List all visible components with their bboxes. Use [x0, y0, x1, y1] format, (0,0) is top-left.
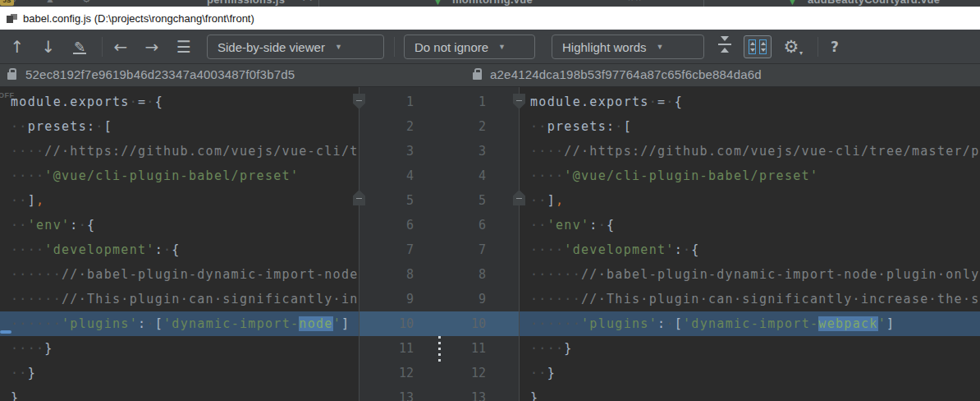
code-token: presets: — [28, 119, 96, 134]
collapse-top-triangle — [721, 36, 729, 41]
code-token: } — [28, 366, 36, 380]
code-line[interactable]: ······//·This·plugin·can·significantly·i… — [520, 287, 980, 311]
whitespace-policy-label: Do not ignore — [414, 40, 488, 54]
code-token: ······ — [11, 316, 62, 331]
code-token: ·· — [11, 218, 28, 233]
code-line[interactable]: module.exports·=·{ — [520, 90, 980, 114]
code-token: ] — [28, 193, 36, 208]
left-revision-hash: 52ec8192f7e9619b46d23347a4003487f0f3b7d5 — [25, 67, 295, 81]
right-line-number: 9 — [453, 287, 486, 311]
viewer-mode-dropdown[interactable]: Side-by-side viewer ▼ — [207, 35, 384, 59]
code-token: ·· — [530, 193, 547, 208]
edit-source-button[interactable]: ✎ — [67, 30, 92, 64]
settings-gear-button[interactable]: ⚙ — [778, 30, 804, 64]
code-line[interactable]: ······'plugins':·['dynamic-import-node'] — [0, 311, 359, 336]
gutter-row: 1313 — [359, 385, 520, 401]
tab-monitoring[interactable]: monitoring.vue — [452, 0, 533, 6]
code-token: //·This·plugin·can·significantly·in — [62, 292, 359, 307]
code-token: ·· — [11, 193, 28, 208]
code-line[interactable]: ··presets:·[ — [0, 114, 359, 139]
previous-difference-button[interactable]: ↑ — [5, 30, 30, 64]
menu-button[interactable]: ☰ — [172, 30, 196, 64]
code-line[interactable]: } — [0, 385, 359, 401]
code-line[interactable]: ··} — [0, 361, 359, 385]
gutter-row: 99 — [359, 287, 520, 311]
code-line[interactable]: ····//·https://github.com/vuejs/vue-cli/… — [0, 139, 359, 164]
code-token: : — [155, 242, 163, 257]
tab-permissions[interactable]: permissions.js — [207, 0, 285, 6]
code-line[interactable]: ··} — [520, 361, 980, 385]
code-token: ·· — [11, 119, 28, 134]
code-token: : — [657, 316, 666, 331]
code-token: //·This·plugin·can·significantly·increas… — [581, 292, 980, 307]
code-line[interactable]: module.exports·=·{ — [0, 90, 359, 114]
tab-close-icon[interactable]: × × — [628, 0, 641, 3]
chevron-down-icon: ▼ — [335, 43, 342, 51]
code-token: //·https://github.com/vuejs/vue-cli/tree… — [564, 144, 980, 159]
tab-divider — [318, 0, 319, 7]
gutter-row: 1212 — [359, 361, 520, 385]
code-token: 'env' — [28, 218, 71, 233]
code-line[interactable]: } — [520, 385, 980, 401]
code-line[interactable]: ··'env':·{ — [520, 213, 980, 237]
code-token: } — [530, 390, 538, 401]
tab-addbeautycourtyard[interactable]: addBeautyCourtyard.vue — [808, 0, 940, 6]
code-line[interactable]: ··'env':·{ — [0, 213, 359, 237]
code-token: { — [155, 94, 163, 109]
splitter-drag-dots[interactable] — [438, 336, 441, 364]
code-token: } — [547, 366, 556, 380]
highlight-mode-dropdown[interactable]: Highlight words ▼ — [552, 35, 704, 59]
code-token: = — [657, 94, 666, 109]
gutter-row: 77 — [359, 237, 520, 262]
code-line[interactable]: ····'development':·{ — [520, 237, 980, 262]
code-line[interactable]: ····} — [520, 336, 980, 361]
code-token: 'dynamic-import- — [683, 316, 818, 331]
right-editor-pane[interactable]: module.exports·=·{··presets:·[····//·htt… — [520, 87, 980, 401]
editor-divider — [519, 87, 520, 401]
settings-fragment-icon: ⚙ — [82, 0, 91, 5]
right-line-number: 13 — [453, 385, 486, 401]
left-editor-pane[interactable]: module.exports·=·{··presets:·[····//·htt… — [0, 87, 359, 401]
right-line-number: 6 — [453, 213, 486, 237]
toolbar-separator — [394, 37, 395, 57]
code-line[interactable]: ······//·This·plugin·can·significantly·i… — [0, 287, 359, 311]
code-token: : — [70, 218, 78, 233]
code-line[interactable]: ····} — [0, 336, 359, 361]
collapse-unchanged-button[interactable] — [716, 36, 734, 53]
code-token: · — [146, 94, 154, 109]
code-token: ···· — [11, 341, 44, 356]
left-line-number: 5 — [381, 188, 414, 213]
sync-scroll-toggle[interactable] — [744, 35, 772, 58]
tab-divider — [703, 0, 704, 7]
code-line[interactable]: ······'plugins':·['dynamic-import-webpac… — [520, 311, 980, 336]
code-token: · — [666, 94, 674, 109]
forward-button[interactable]: → — [140, 30, 164, 64]
help-button[interactable]: ? — [824, 30, 845, 64]
window-title-bar: babel.config.js (D:\projects\rongchang\f… — [0, 7, 980, 30]
code-line[interactable]: ······//·babel-plugin-dynamic-import-nod… — [0, 262, 359, 287]
code-token: ···· — [530, 168, 564, 183]
code-line[interactable]: ····'@vue/cli-plugin-babel/preset' — [520, 164, 980, 188]
next-difference-button[interactable]: ↓ — [36, 30, 61, 64]
code-line[interactable]: ····'@vue/cli-plugin-babel/preset' — [0, 164, 359, 188]
tab-chevrons: ⌄⌄ — [300, 0, 314, 2]
code-line[interactable]: ··presets:·[ — [520, 114, 980, 139]
gear-caret-icon: ▾ — [799, 49, 803, 57]
code-line[interactable]: ····//·https://github.com/vuejs/vue-cli/… — [520, 139, 980, 164]
code-token: ···· — [11, 242, 44, 257]
code-line[interactable]: ····'development':·{ — [0, 237, 359, 262]
code-token: , — [556, 193, 564, 208]
code-token: ·· — [530, 218, 547, 233]
code-line[interactable]: ··], — [0, 188, 359, 213]
code-line[interactable]: ··], — [520, 188, 980, 213]
code-token: ···· — [11, 168, 44, 183]
back-button[interactable]: ← — [108, 30, 133, 64]
code-line[interactable]: ······//·babel-plugin-dynamic-import-nod… — [520, 262, 980, 287]
lock-icon — [7, 72, 16, 80]
diff-content-area: module.exports·=·{··presets:·[····//·htt… — [0, 87, 980, 401]
left-line-number: 11 — [381, 336, 414, 361]
code-token: ······ — [11, 292, 62, 307]
whitespace-policy-dropdown[interactable]: Do not ignore ▼ — [404, 35, 535, 59]
code-token: } — [564, 341, 572, 356]
code-token: { — [691, 242, 699, 257]
